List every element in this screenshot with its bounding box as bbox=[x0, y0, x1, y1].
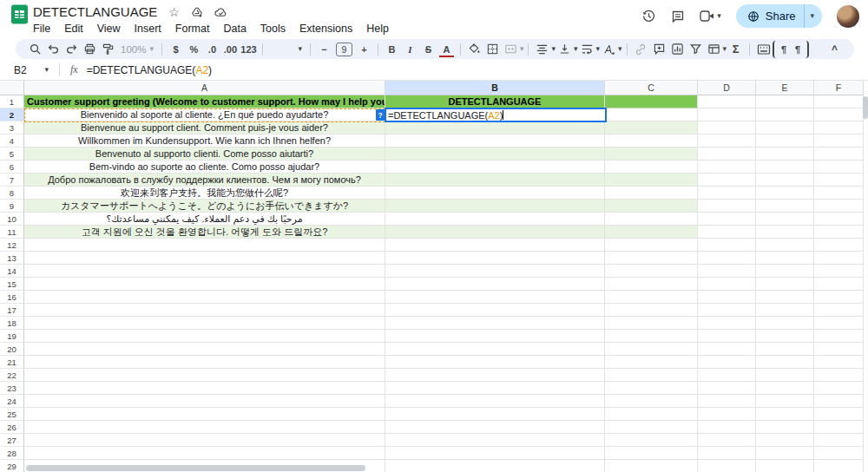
cell-A15[interactable] bbox=[24, 278, 385, 291]
row-header-22[interactable]: 22 bbox=[0, 369, 24, 382]
row-header-9[interactable]: 9 bbox=[0, 200, 24, 213]
cell-D26[interactable] bbox=[698, 421, 756, 434]
bold-icon[interactable]: B bbox=[383, 41, 401, 58]
more-formats-icon[interactable]: 123 bbox=[240, 41, 258, 58]
cell-C11[interactable] bbox=[605, 226, 698, 239]
row-header-27[interactable]: 27 bbox=[0, 434, 24, 447]
undo-icon[interactable] bbox=[44, 41, 62, 58]
column-header-c[interactable]: C bbox=[605, 81, 698, 95]
row-header-5[interactable]: 5 bbox=[0, 148, 24, 161]
row-header-28[interactable]: 28 bbox=[0, 447, 24, 460]
cell-A19[interactable] bbox=[24, 330, 385, 343]
share-button[interactable]: Share ▾ bbox=[736, 4, 822, 28]
cell-F19[interactable] bbox=[814, 330, 864, 343]
cell-C9[interactable] bbox=[605, 200, 698, 213]
cell-E2[interactable] bbox=[756, 108, 814, 121]
cell-D28[interactable] bbox=[698, 447, 756, 460]
row-header-3[interactable]: 3 bbox=[0, 121, 24, 134]
cell-A13[interactable] bbox=[24, 252, 385, 265]
cell-B17[interactable] bbox=[385, 304, 605, 317]
menu-view[interactable]: View bbox=[92, 22, 126, 36]
insert-comment-icon[interactable] bbox=[650, 41, 668, 58]
cell-F26[interactable] bbox=[814, 421, 864, 434]
cell-D11[interactable] bbox=[698, 226, 756, 239]
cell-C1[interactable] bbox=[605, 95, 698, 108]
merge-cells-icon[interactable] bbox=[502, 41, 520, 58]
menu-insert[interactable]: Insert bbox=[129, 22, 167, 36]
cell-F27[interactable] bbox=[814, 434, 864, 447]
column-header-b[interactable]: B bbox=[385, 81, 605, 95]
cell-D17[interactable] bbox=[698, 304, 756, 317]
text-direction-rtl-icon[interactable]: ¶ bbox=[791, 41, 809, 58]
row-header-17[interactable]: 17 bbox=[0, 304, 24, 317]
row-header-8[interactable]: 8 bbox=[0, 187, 24, 200]
cell-B19[interactable] bbox=[385, 330, 605, 343]
cell-F4[interactable] bbox=[814, 134, 864, 148]
menu-file[interactable]: File bbox=[28, 22, 56, 36]
cell-D6[interactable] bbox=[698, 161, 756, 174]
row-header-2[interactable]: 2 bbox=[0, 108, 24, 121]
cell-B25[interactable] bbox=[385, 408, 605, 421]
cell-D24[interactable] bbox=[698, 395, 756, 408]
cell-B24[interactable] bbox=[385, 395, 605, 408]
menu-help[interactable]: Help bbox=[361, 22, 394, 36]
comments-icon[interactable] bbox=[671, 10, 685, 23]
cell-E16[interactable] bbox=[756, 291, 814, 304]
cell-C3[interactable] bbox=[605, 121, 698, 134]
row-header-10[interactable]: 10 bbox=[0, 213, 24, 226]
text-rotation-icon[interactable] bbox=[600, 41, 618, 58]
cell-F8[interactable] bbox=[814, 187, 864, 200]
cell-B6[interactable] bbox=[385, 161, 605, 174]
cell-F9[interactable] bbox=[814, 200, 864, 213]
row-header-21[interactable]: 21 bbox=[0, 356, 24, 369]
cell-F15[interactable] bbox=[814, 278, 864, 291]
name-box[interactable]: B2 ▾ bbox=[0, 64, 54, 76]
cell-F18[interactable] bbox=[814, 317, 864, 330]
cell-A4[interactable]: Willkommen im Kundensupport. Wie kann ic… bbox=[24, 134, 385, 148]
italic-icon[interactable]: I bbox=[401, 41, 419, 58]
row-header-15[interactable]: 15 bbox=[0, 278, 24, 291]
paint-format-icon[interactable] bbox=[99, 41, 117, 58]
cell-D3[interactable] bbox=[698, 121, 756, 134]
text-rotation-caret-icon[interactable]: ▾ bbox=[618, 45, 622, 53]
cell-B3[interactable] bbox=[385, 121, 605, 134]
cell-E22[interactable] bbox=[756, 369, 814, 382]
cell-C12[interactable] bbox=[605, 239, 698, 252]
vertical-scrollbar[interactable] bbox=[863, 96, 868, 119]
cell-D12[interactable] bbox=[698, 239, 756, 252]
cell-B1[interactable]: DETECTLANGUAGE bbox=[385, 95, 605, 108]
cell-D1[interactable] bbox=[698, 95, 756, 108]
cell-B10[interactable] bbox=[385, 213, 605, 226]
redo-icon[interactable] bbox=[62, 41, 81, 58]
text-color-icon[interactable]: A bbox=[437, 41, 456, 58]
cell-A27[interactable] bbox=[24, 434, 385, 447]
cell-D22[interactable] bbox=[698, 369, 756, 382]
decrease-font-size-icon[interactable]: − bbox=[315, 41, 333, 58]
cell-B4[interactable] bbox=[385, 134, 605, 148]
cell-E12[interactable] bbox=[756, 239, 814, 252]
row-header-18[interactable]: 18 bbox=[0, 317, 24, 330]
text-wrap-icon[interactable] bbox=[578, 41, 596, 58]
menu-tools[interactable]: Tools bbox=[255, 22, 291, 36]
cell-D14[interactable] bbox=[698, 265, 756, 278]
cell-A14[interactable] bbox=[24, 265, 385, 278]
cell-D19[interactable] bbox=[698, 330, 756, 343]
cell-E11[interactable] bbox=[756, 226, 814, 239]
row-header-19[interactable]: 19 bbox=[0, 330, 24, 343]
cell-B28[interactable] bbox=[385, 447, 605, 460]
cell-F28[interactable] bbox=[814, 447, 864, 460]
cell-C6[interactable] bbox=[605, 161, 698, 174]
row-header-12[interactable]: 12 bbox=[0, 239, 24, 252]
cell-editor-b2[interactable]: ? =DETECTLANGUAGE(A2) bbox=[385, 108, 607, 122]
row-header-26[interactable]: 26 bbox=[0, 421, 24, 434]
cell-A12[interactable] bbox=[24, 239, 385, 252]
row-header-20[interactable]: 20 bbox=[0, 343, 24, 356]
select-all-corner[interactable] bbox=[0, 81, 24, 95]
cell-F20[interactable] bbox=[814, 343, 864, 356]
cell-A22[interactable] bbox=[24, 369, 385, 382]
cell-D13[interactable] bbox=[698, 252, 756, 265]
merge-caret-icon[interactable]: ▾ bbox=[520, 45, 524, 53]
cell-E20[interactable] bbox=[756, 343, 814, 356]
print-icon[interactable] bbox=[81, 41, 99, 58]
cell-B18[interactable] bbox=[385, 317, 605, 330]
